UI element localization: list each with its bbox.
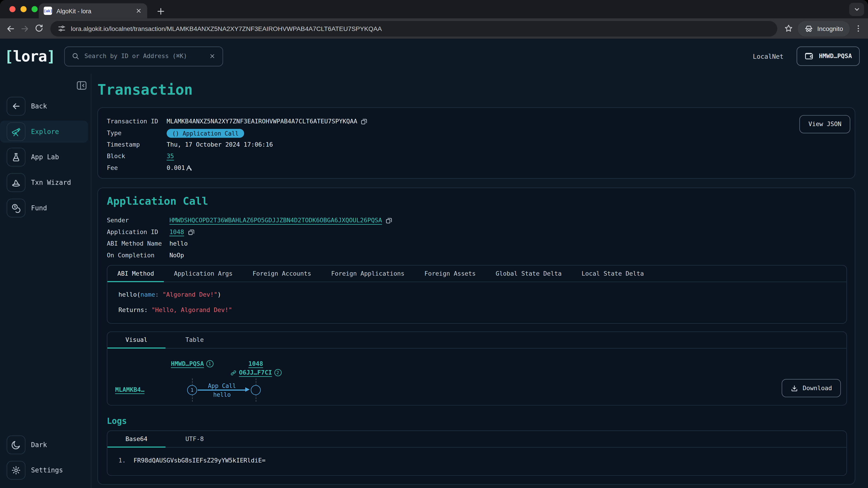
sidebar-item-label: Fund	[31, 204, 47, 212]
abi-tabbar: ABI Method Application Args Foreign Acco…	[107, 266, 846, 282]
back-icon[interactable]	[5, 24, 16, 33]
transaction-id-value: MLAMKB4ANXZ5NA2XY7ZNF3EAIROHVWPAB4A7CLT6…	[166, 116, 357, 127]
sidebar-item-txn-wizard[interactable]: Txn Wizard	[0, 171, 91, 194]
abi-arg-name: name	[141, 291, 155, 298]
tab-foreign-accounts[interactable]: Foreign Accounts	[243, 266, 321, 282]
browser-window: [ak] AlgoKit - lora lora.algokit.io/loca	[0, 0, 868, 488]
abi-method-open: hello(	[119, 291, 141, 298]
copy-icon[interactable]	[361, 118, 368, 125]
sender-link[interactable]: HMWDSHQCOPD2T36WBAHLAZ6PO5GDJJZBN4D2TODK…	[169, 215, 382, 226]
type-badge: () Application Call	[166, 129, 244, 137]
block-label: Block	[107, 151, 166, 162]
network-label: LocalNet	[753, 52, 784, 60]
graph-account-link[interactable]: HMWD…PQSA	[171, 360, 204, 367]
url-text: lora.algokit.io/localnet/transaction/MLA…	[71, 25, 382, 32]
visual-tabbar: Visual Table	[107, 332, 846, 348]
tab-close-icon[interactable]	[135, 7, 143, 14]
tab-application-args[interactable]: Application Args	[164, 266, 243, 282]
sidebar-item-label: Back	[31, 102, 47, 110]
application-id-link[interactable]: 1048	[169, 226, 184, 238]
sidebar-item-label: Txn Wizard	[31, 179, 71, 186]
abi-arg-value: "Algorand Dev!"	[162, 291, 217, 298]
tab-global-state-delta[interactable]: Global State Delta	[486, 266, 572, 282]
browser-menu-icon[interactable]	[854, 24, 863, 33]
sidebar-item-app-lab[interactable]: App Lab	[0, 146, 91, 168]
close-window-button[interactable]	[9, 6, 16, 12]
fee-value: 0.001	[166, 162, 185, 174]
browser-tab[interactable]: [ak] AlgoKit - lora	[39, 3, 147, 18]
view-json-button[interactable]: View JSON	[800, 115, 850, 133]
coins-icon	[6, 199, 25, 217]
copy-icon[interactable]	[385, 217, 393, 224]
wizard-hat-icon	[6, 173, 25, 192]
sidebar-item-explore[interactable]: Explore	[0, 121, 88, 143]
lora-logo[interactable]: [lora]	[4, 48, 55, 65]
visual-graph-card: Visual Table HMWD…PQSA 1 1048	[107, 331, 847, 405]
moon-icon	[6, 435, 25, 454]
search-clear-icon[interactable]	[209, 53, 216, 60]
bookmark-star-icon[interactable]	[784, 24, 794, 33]
transaction-id-label: Transaction ID	[107, 116, 166, 127]
transaction-summary-card: Transaction ID MLAMKB4ANXZ5NA2XY7ZNF3EAI…	[97, 107, 855, 179]
incognito-label: Incognito	[817, 25, 843, 32]
graph-transaction-link[interactable]: MLAMKB4…	[115, 386, 145, 393]
logs-tabbar: Base64 UTF-8	[107, 431, 846, 448]
tab-title: AlgoKit - lora	[57, 7, 131, 14]
sidebar-item-back[interactable]: Back	[0, 95, 91, 117]
copy-icon[interactable]	[187, 228, 195, 236]
forward-icon[interactable]	[20, 24, 30, 33]
graph-application-link[interactable]: 1048	[248, 360, 263, 367]
tab-table[interactable]: Table	[165, 332, 223, 348]
tab-foreign-applications[interactable]: Foreign Applications	[321, 266, 414, 282]
logo-bracket-open: [	[4, 48, 13, 65]
on-completion-value: NoOp	[169, 250, 184, 261]
algo-icon	[186, 165, 192, 171]
download-label: Download	[803, 385, 832, 392]
wallet-button[interactable]: HMWD…PQSA	[797, 46, 860, 66]
arrow-left-icon	[6, 97, 25, 116]
download-button[interactable]: Download	[782, 379, 841, 397]
header-right: LocalNet HMWD…PQSA	[753, 46, 860, 66]
tab-foreign-assets[interactable]: Foreign Assets	[414, 266, 486, 282]
minimize-window-button[interactable]	[21, 6, 27, 12]
incognito-badge: Incognito	[798, 21, 850, 36]
transaction-graph: HMWD…PQSA 1 1048 O6JJ…F7CI	[107, 349, 846, 405]
tab-utf8[interactable]: UTF-8	[165, 431, 223, 447]
download-icon	[790, 384, 798, 392]
sidebar-item-label: Settings	[31, 466, 63, 474]
graph-app-account-number-badge: 2	[274, 369, 281, 376]
search-icon	[71, 52, 80, 60]
app-root: [lora] LocalNet HMWD…PQSA	[0, 39, 868, 488]
url-bar[interactable]: lora.algokit.io/localnet/transaction/MLA…	[51, 21, 777, 36]
graph-edge-label-type: App Call	[208, 382, 236, 389]
sidebar-item-settings[interactable]: Settings	[0, 459, 91, 482]
site-info-icon[interactable]	[58, 24, 66, 33]
sidebar-item-fund[interactable]: Fund	[0, 197, 91, 219]
reload-icon[interactable]	[34, 24, 44, 33]
block-link[interactable]: 35	[166, 151, 174, 162]
graph-app-account-link[interactable]: O6JJ…F7CI	[239, 369, 272, 376]
graph-sender-node[interactable]: 1	[187, 385, 197, 395]
logs-heading: Logs	[107, 416, 847, 426]
telescope-icon	[6, 122, 25, 141]
search-box[interactable]	[64, 46, 223, 66]
graph-account-header: HMWD…PQSA 1	[171, 360, 213, 367]
log-entry: 1. FR98dQAUSGVsbG8sIEFsZ29yYW5kIERldiE=	[107, 448, 846, 475]
wallet-label: HMWD…PQSA	[819, 53, 852, 60]
tab-search-button[interactable]	[849, 3, 864, 16]
tab-local-state-delta[interactable]: Local State Delta	[572, 266, 654, 282]
new-tab-button[interactable]	[156, 6, 166, 16]
zoom-window-button[interactable]	[32, 6, 38, 12]
window-controls	[9, 6, 38, 12]
graph-receiver-node[interactable]	[251, 385, 260, 395]
type-label: Type	[107, 127, 166, 139]
tab-visual[interactable]: Visual	[107, 332, 165, 348]
sidebar-collapse-icon[interactable]	[75, 79, 88, 91]
flask-icon	[6, 148, 25, 166]
tab-abi-method[interactable]: ABI Method	[107, 266, 164, 282]
gear-icon	[6, 461, 25, 480]
search-input[interactable]	[85, 53, 204, 60]
on-completion-label: On Completion	[107, 250, 169, 261]
tab-base64[interactable]: Base64	[107, 431, 165, 447]
sidebar-item-theme[interactable]: Dark	[0, 434, 91, 456]
